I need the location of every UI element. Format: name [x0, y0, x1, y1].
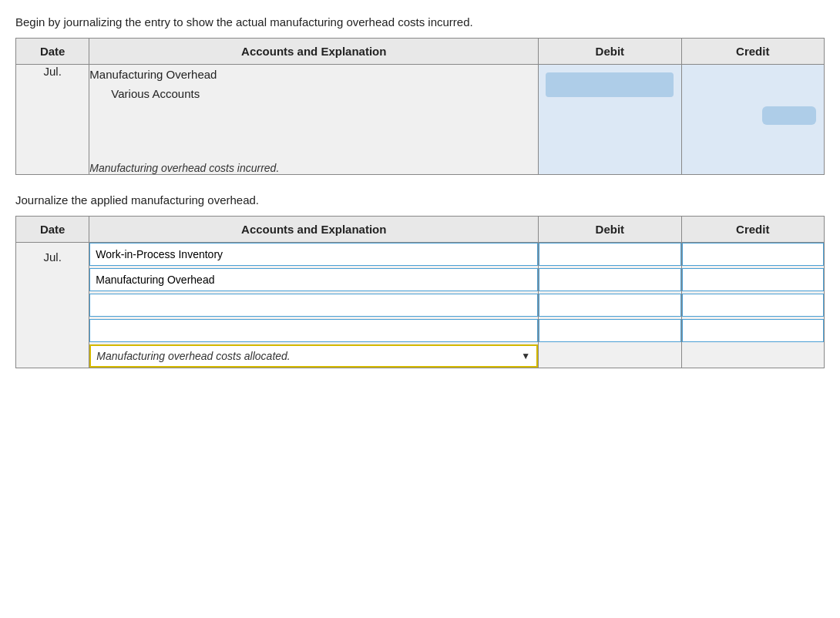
- section1-table: Date Accounts and Explanation Debit Cred…: [15, 38, 825, 175]
- credit-input-4[interactable]: [682, 319, 824, 342]
- account-input-3[interactable]: [89, 294, 538, 317]
- debit-input-2[interactable]: [539, 268, 680, 291]
- account-input-2[interactable]: [89, 268, 538, 291]
- debit-blob: [546, 72, 674, 97]
- account-input-4[interactable]: [89, 319, 538, 342]
- debit-cell-filled: [539, 65, 681, 175]
- debit-input-cell: [539, 243, 681, 368]
- accounts-input-cell: Manufacturing overhead costs allocated. …: [89, 243, 539, 368]
- account-row-2: Various Accounts: [89, 84, 538, 103]
- debit-input-3[interactable]: [539, 294, 680, 317]
- date-cell: Jul.: [16, 65, 89, 175]
- col-header-accounts: Accounts and Explanation: [89, 39, 539, 65]
- credit-blob: [762, 106, 816, 125]
- section2-instruction: Journalize the applied manufacturing ove…: [15, 193, 825, 207]
- date-value: Jul.: [44, 65, 62, 78]
- credit-input-2[interactable]: [682, 268, 824, 291]
- col-header-date: Date: [16, 39, 89, 65]
- credit-cell-filled: [681, 65, 824, 175]
- col2-header-credit: Credit: [681, 217, 824, 243]
- memo-dropdown-wrapper: Manufacturing overhead costs allocated. …: [89, 344, 538, 368]
- credit-input-1[interactable]: [682, 243, 824, 266]
- dropdown-arrow-icon: ▼: [515, 347, 536, 365]
- credit-input-cell: [681, 243, 824, 368]
- table-row: Jul. Manufacturing Overhead Various Acco…: [16, 65, 825, 175]
- col-header-debit: Debit: [539, 39, 681, 65]
- col2-header-debit: Debit: [539, 217, 681, 243]
- debit-input-4[interactable]: [539, 319, 680, 342]
- col2-header-date: Date: [16, 217, 89, 243]
- accounts-cell: Manufacturing Overhead Various Accounts …: [89, 65, 539, 175]
- date-value-2: Jul.: [44, 250, 62, 264]
- credit-input-3[interactable]: [682, 294, 824, 317]
- table-row-2: Jul. Manufacturing overhead costs alloca…: [16, 243, 825, 368]
- col-header-credit: Credit: [681, 39, 824, 65]
- memo-text: Manufacturing overhead costs incurred.: [89, 149, 538, 174]
- col2-header-accounts: Accounts and Explanation: [89, 217, 539, 243]
- section2-table: Date Accounts and Explanation Debit Cred…: [15, 216, 825, 368]
- debit-input-1[interactable]: [539, 243, 680, 266]
- date-cell-2: Jul.: [16, 243, 89, 368]
- section1-instruction: Begin by journalizing the entry to show …: [15, 15, 825, 29]
- memo-dropdown[interactable]: Manufacturing overhead costs allocated. …: [91, 346, 515, 366]
- account-row-1: Manufacturing Overhead: [89, 65, 538, 84]
- account-input-1[interactable]: [89, 243, 538, 266]
